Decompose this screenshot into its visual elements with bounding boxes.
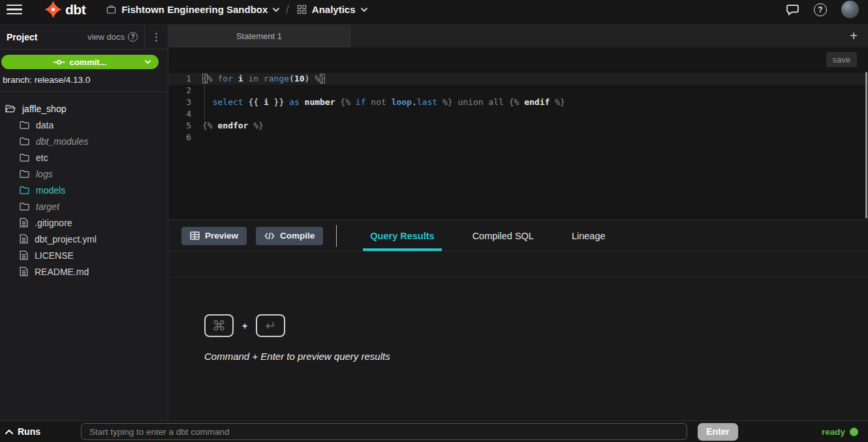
file-icon	[20, 218, 28, 228]
results-divider	[168, 277, 868, 278]
code-line[interactable]: 5{% endfor %}	[168, 120, 868, 132]
project-selector[interactable]: Analytics	[297, 4, 367, 15]
folder-open-icon	[5, 104, 16, 113]
code-icon	[264, 232, 275, 240]
runs-label: Runs	[18, 426, 40, 437]
preview-label: Preview	[205, 231, 238, 241]
return-glyph: ↵	[266, 318, 276, 333]
tree-item-label: data	[36, 120, 54, 130]
tree-item-label: models	[36, 185, 65, 196]
dbt-ide-app: dbt Fishtown Engineering Sandbox / Analy…	[0, 0, 868, 442]
compile-button[interactable]: Compile	[256, 227, 323, 245]
tree-item-data[interactable]: data	[0, 117, 168, 133]
tree-item-jaffle-shop[interactable]: jaffle_shop	[0, 100, 168, 117]
results-tab-lineage[interactable]: Lineage	[565, 220, 613, 251]
user-avatar[interactable]	[841, 1, 859, 18]
new-tab-button[interactable]: +	[839, 25, 868, 48]
toolbar-divider	[336, 225, 337, 247]
code-text: {% endfor %}	[202, 120, 868, 132]
tree-item-dbt-modules[interactable]: dbt_modules	[0, 133, 168, 149]
view-docs-link[interactable]: view docs ?	[87, 32, 144, 42]
status-indicator: ready	[822, 427, 858, 437]
tree-item-label: dbt_project.yml	[35, 234, 97, 244]
tree-item--gitignore[interactable]: .gitignore	[0, 214, 168, 231]
line-number: 2	[168, 85, 202, 96]
kebab-icon: ⋮	[151, 31, 162, 43]
command-glyph: ⌘	[212, 318, 226, 334]
code-line[interactable]: 2	[168, 85, 868, 96]
results-tabs: Query ResultsCompiled SQLLineage	[363, 220, 612, 251]
tree-item-label: .gitignore	[35, 218, 72, 228]
indent-guide	[204, 85, 205, 120]
status-bar: Runs Enter ready	[0, 420, 868, 442]
code-text	[202, 108, 868, 120]
dbt-logo[interactable]: dbt	[44, 1, 85, 18]
folder-icon	[20, 121, 29, 129]
tree-item-label: etc	[36, 153, 48, 163]
code-text: {% for i in range(10) %}	[202, 73, 868, 85]
tree-item-target[interactable]: target	[0, 198, 168, 214]
line-number: 1	[168, 73, 202, 85]
tree-item-readme-md[interactable]: README.md	[0, 263, 168, 280]
folder-icon	[20, 186, 29, 194]
sidebar-menu-button[interactable]: ⋮	[144, 25, 168, 49]
tree-item-models[interactable]: models	[0, 182, 168, 198]
results-tab-compiled-sql[interactable]: Compiled SQL	[465, 220, 541, 251]
docs-help-icon: ?	[128, 32, 138, 42]
results-tab-query-results[interactable]: Query Results	[363, 220, 441, 251]
sidebar-header: Project view docs ? ⋮	[0, 25, 168, 50]
tree-item-label: logs	[36, 169, 53, 179]
compile-label: Compile	[280, 231, 315, 241]
code-line[interactable]: 4	[168, 108, 868, 120]
code-editor[interactable]: 1{% for i in range(10) %}23 select {{ i …	[168, 70, 868, 220]
code-line[interactable]: 6	[168, 132, 868, 143]
dbt-logo-text: dbt	[65, 2, 85, 18]
chat-icon[interactable]	[786, 3, 799, 16]
chevron-up-icon	[5, 430, 13, 434]
folder-icon	[20, 202, 29, 211]
editor-column: Statement 1 + save 1{% for i in range(10…	[168, 25, 868, 420]
code-line[interactable]: 3 select {{ i }} as number {% if not loo…	[168, 96, 868, 108]
tree-item-logs[interactable]: logs	[0, 166, 168, 182]
enter-keycap-icon: ↵	[256, 314, 285, 337]
account-selector[interactable]: Fishtown Engineering Sandbox	[106, 4, 279, 15]
briefcase-icon	[106, 5, 116, 14]
tree-item-etc[interactable]: etc	[0, 149, 168, 166]
plus-icon: +	[850, 29, 858, 44]
editor-scrollbar[interactable]	[865, 72, 867, 218]
code-line[interactable]: 1{% for i in range(10) %}	[168, 73, 868, 85]
plus-separator: +	[242, 321, 247, 331]
account-name: Fishtown Engineering Sandbox	[121, 4, 268, 15]
code-text: select {{ i }} as number {% if not loop.…	[202, 96, 868, 108]
help-icon[interactable]: ?	[814, 3, 827, 16]
main-area: Project view docs ? ⋮ commit... branc	[0, 25, 868, 420]
tree-item-label: LICENSE	[35, 250, 74, 261]
line-number: 4	[168, 108, 202, 120]
chevron-down-icon	[145, 60, 151, 64]
preview-button[interactable]: Preview	[181, 227, 247, 245]
file-icon	[20, 267, 28, 276]
view-docs-label: view docs	[87, 32, 125, 42]
editor-tab-bar: Statement 1 +	[168, 25, 868, 48]
enter-button[interactable]: Enter	[698, 423, 738, 441]
save-button[interactable]: save	[826, 52, 857, 67]
tree-item-label: jaffle_shop	[22, 104, 66, 114]
dbt-command-input[interactable]	[81, 423, 687, 440]
hamburger-menu-icon[interactable]	[7, 5, 22, 15]
chevron-down-icon	[361, 8, 367, 12]
runs-toggle[interactable]: Runs	[5, 426, 40, 437]
file-icon	[20, 250, 28, 260]
tree-item-dbt-project-yml[interactable]: dbt_project.yml	[0, 231, 168, 247]
line-number: 5	[168, 120, 202, 132]
editor-tab-statement-1[interactable]: Statement 1	[168, 25, 350, 48]
commit-button[interactable]: commit...	[1, 55, 159, 69]
help-question-glyph: ?	[818, 5, 822, 14]
top-bar: dbt Fishtown Engineering Sandbox / Analy…	[0, 0, 868, 25]
table-icon	[190, 231, 200, 240]
tree-item-license[interactable]: LICENSE	[0, 247, 168, 263]
sidebar-title: Project	[7, 32, 37, 42]
editor-tab-label: Statement 1	[236, 31, 282, 41]
git-section: commit... branch: release/4.13.0	[0, 50, 168, 92]
results-panel: ⌘ + ↵ Command + Enter to preview query r…	[168, 252, 868, 420]
file-icon	[20, 234, 28, 244]
